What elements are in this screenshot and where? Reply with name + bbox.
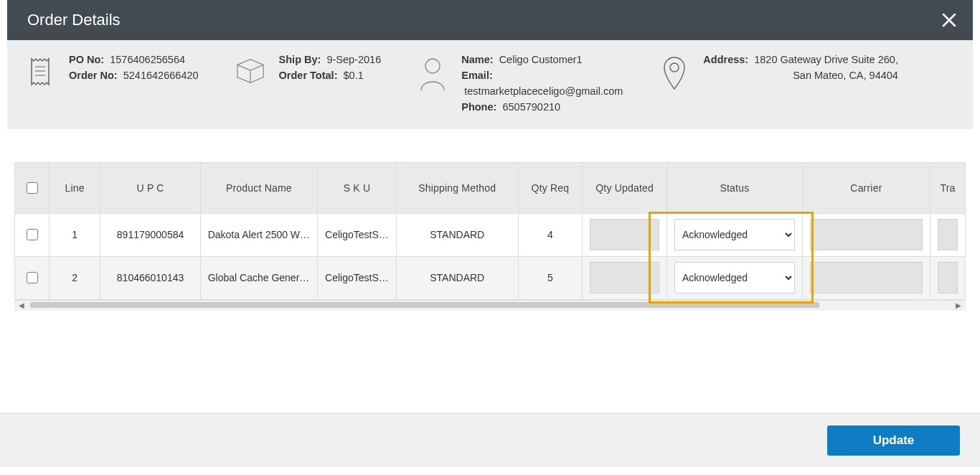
address-fields: Address: 1820 Gateway Drive Suite 260, S…	[703, 52, 898, 83]
customer-fields: Name: Celigo Customer1 Email: testmarket…	[461, 52, 623, 115]
cell-qtyreq: 4	[518, 213, 583, 256]
summary-band: PO No: 1576406256564 Order No: 524164266…	[7, 40, 973, 129]
po-fields: PO No: 1576406256564 Order No: 524164266…	[69, 52, 199, 83]
po-label: PO No:	[69, 54, 104, 65]
close-icon[interactable]	[941, 12, 957, 28]
row-checkbox-cell	[15, 213, 49, 256]
qty-updated-input[interactable]	[590, 219, 659, 250]
location-pin-icon	[659, 52, 690, 90]
po-value: 1576406256564	[110, 54, 185, 65]
carrier-input[interactable]	[810, 219, 923, 250]
status-select[interactable]: Acknowledged	[674, 262, 795, 293]
cell-line: 1	[49, 213, 100, 256]
person-icon	[417, 52, 448, 93]
scroll-left-icon[interactable]: ◀	[17, 301, 27, 311]
phone-label: Phone:	[461, 101, 496, 113]
horizontal-scrollbar[interactable]: ◀ ▶	[14, 300, 966, 311]
modal-footer: Update	[0, 413, 980, 467]
order-lines-table: Line U P C Product Name S K U Shipping M…	[15, 163, 966, 300]
cell-qtyupd	[583, 256, 667, 299]
header-qtyreq: Qty Req	[518, 163, 583, 213]
order-label: Order No:	[69, 70, 118, 81]
content-area: Line U P C Product Name S K U Shipping M…	[7, 129, 973, 339]
shipby-label: Ship By:	[279, 54, 321, 65]
address-line2: San Mateo, CA, 94404	[793, 70, 898, 81]
box-icon	[235, 52, 266, 85]
name-value: Celigo Customer1	[499, 54, 583, 65]
header-line: Line	[49, 163, 100, 213]
cell-carrier	[802, 213, 930, 256]
cell-qtyreq: 5	[518, 256, 583, 299]
header-product: Product Name	[200, 163, 317, 213]
summary-po-block: PO No: 1576406256564 Order No: 524164266…	[24, 52, 199, 88]
cell-line: 2	[49, 256, 100, 299]
cell-status: Acknowledged	[666, 213, 802, 256]
header-shipping: Shipping Method	[396, 163, 518, 213]
header-sku: S K U	[318, 163, 397, 213]
summary-shipping-block: Ship By: 9-Sep-2016 Order Total: $0.1	[235, 52, 382, 85]
shipping-fields: Ship By: 9-Sep-2016 Order Total: $0.1	[279, 52, 382, 83]
address-label: Address:	[703, 54, 748, 65]
receipt-icon	[24, 52, 56, 88]
header-carrier: Carrier	[802, 163, 930, 213]
modal-header: Order Details	[7, 0, 973, 40]
cell-product: Dakota Alert 2500 W…	[200, 213, 317, 256]
scroll-right-icon[interactable]: ▶	[953, 301, 963, 311]
cell-upc: 891179000584	[100, 213, 200, 256]
row-checkbox[interactable]	[27, 272, 38, 283]
cell-upc: 810466010143	[100, 256, 200, 299]
cell-sku: CeligoTestS…	[318, 213, 397, 256]
cell-shipping: STANDARD	[396, 213, 518, 256]
cell-product: Global Cache Gener…	[200, 256, 317, 299]
carrier-input[interactable]	[810, 262, 923, 293]
cell-shipping: STANDARD	[396, 256, 518, 299]
shipby-value: 9-Sep-2016	[326, 54, 381, 65]
email-label: Email:	[461, 70, 493, 81]
svg-point-4	[670, 63, 679, 72]
summary-customer-block: Name: Celigo Customer1 Email: testmarket…	[417, 52, 623, 115]
total-label: Order Total:	[279, 70, 338, 81]
header-qtyupd: Qty Updated	[583, 163, 667, 213]
phone-value: 6505790210	[502, 101, 560, 113]
summary-address-block: Address: 1820 Gateway Drive Suite 260, S…	[659, 52, 898, 90]
row-checkbox[interactable]	[27, 229, 38, 240]
header-checkbox	[15, 163, 49, 213]
select-all-checkbox[interactable]	[27, 182, 38, 194]
order-details-modal: Order Details PO No: 1576406256564 Order…	[7, 0, 973, 339]
cell-tracking	[930, 256, 965, 299]
address-line1: 1820 Gateway Drive Suite 260,	[754, 54, 898, 65]
qty-updated-input[interactable]	[590, 262, 659, 293]
update-button[interactable]: Update	[827, 425, 960, 456]
tracking-input[interactable]	[938, 262, 958, 293]
scroll-thumb[interactable]	[30, 302, 819, 308]
header-status: Status	[666, 163, 802, 213]
order-lines-table-wrap: Line U P C Product Name S K U Shipping M…	[14, 162, 966, 300]
order-value: 5241642666420	[123, 70, 199, 81]
tracking-input[interactable]	[938, 219, 958, 250]
row-checkbox-cell	[15, 256, 49, 299]
cell-carrier	[802, 256, 930, 299]
cell-tracking	[930, 213, 965, 256]
modal-title: Order Details	[27, 11, 121, 29]
cell-qtyupd	[583, 213, 667, 256]
cell-sku: CeligoTestS…	[318, 256, 397, 299]
name-label: Name:	[461, 54, 493, 65]
header-upc: U P C	[100, 163, 200, 213]
total-value: $0.1	[344, 70, 364, 81]
header-tracking: Tra	[930, 163, 965, 213]
status-select[interactable]: Acknowledged	[674, 219, 795, 250]
table-row: 2810466010143Global Cache Gener…CeligoTe…	[15, 256, 966, 299]
table-row: 1891179000584Dakota Alert 2500 W…CeligoT…	[15, 213, 966, 256]
svg-point-3	[425, 59, 440, 73]
cell-status: Acknowledged	[666, 256, 802, 299]
email-value: testmarketplaceceligo@gmail.com	[464, 85, 623, 97]
